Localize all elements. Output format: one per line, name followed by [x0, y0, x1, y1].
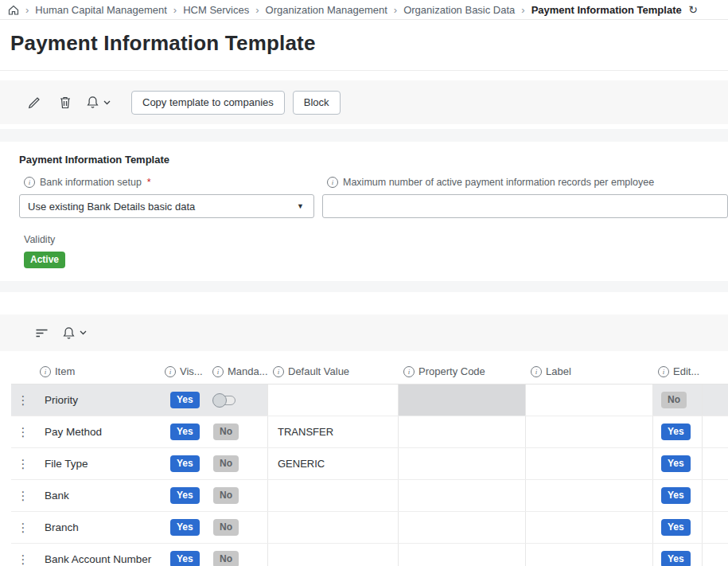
item-cell: Bank	[35, 480, 159, 511]
info-icon[interactable]: i	[273, 366, 284, 377]
bell-icon	[63, 326, 75, 340]
item-cell: Pay Method	[35, 416, 159, 447]
column-header-mandatory: iManda...	[207, 359, 267, 384]
table-row-bank-account-number: ⋮ Bank Account Number Yes No Yes	[11, 544, 728, 566]
table-toolbar	[0, 314, 728, 351]
divider-band	[0, 129, 728, 142]
copy-template-button[interactable]: Copy template to companies	[131, 91, 285, 115]
label-cell	[525, 416, 652, 447]
drag-handle[interactable]: ⋮	[11, 480, 35, 511]
column-header-visible: iVis...	[159, 359, 207, 384]
breadcrumb-item-hcm-services[interactable]: HCM Services	[183, 4, 249, 16]
breadcrumb-item-hcm[interactable]: Human Capital Management	[35, 4, 166, 16]
filter-icon[interactable]	[32, 323, 51, 342]
editable-cell[interactable]: No	[652, 384, 702, 416]
default-value-cell	[267, 512, 398, 543]
notifications-menu[interactable]	[87, 96, 111, 109]
block-button[interactable]: Block	[293, 91, 341, 115]
empty-cell	[702, 384, 728, 416]
delete-icon[interactable]	[56, 93, 75, 112]
table-header-row: iItem iVis... iManda... iDefault Value i…	[11, 359, 728, 384]
form-section: Payment Information Template i Bank info…	[0, 142, 728, 281]
table-row-pay-method: ⋮ Pay Method Yes No TRANSFER Yes	[11, 416, 728, 448]
mandatory-toggle[interactable]	[213, 396, 236, 405]
item-cell: Priority	[35, 384, 159, 416]
drag-handle[interactable]: ⋮	[11, 416, 35, 447]
empty-cell	[702, 416, 728, 447]
visible-cell[interactable]: Yes	[159, 544, 207, 566]
editable-cell[interactable]: Yes	[652, 448, 702, 479]
info-icon[interactable]: i	[24, 177, 35, 188]
default-value-cell	[267, 544, 398, 566]
items-table: iItem iVis... iManda... iDefault Value i…	[11, 351, 728, 566]
mandatory-cell[interactable]: No	[207, 416, 267, 447]
main-toolbar: Copy template to companies Block	[0, 80, 728, 124]
visible-cell[interactable]: Yes	[159, 384, 207, 416]
drag-handle[interactable]: ⋮	[11, 512, 35, 543]
property-code-cell	[398, 384, 525, 416]
empty-cell	[702, 544, 728, 566]
visible-cell[interactable]: Yes	[159, 416, 207, 447]
default-value-cell	[267, 480, 398, 511]
max-records-input[interactable]	[322, 194, 728, 218]
visible-cell[interactable]: Yes	[159, 480, 207, 511]
editable-cell[interactable]: Yes	[652, 512, 702, 543]
mandatory-cell[interactable]: No	[207, 480, 267, 511]
column-header-property-code: iProperty Code	[398, 359, 525, 384]
info-icon[interactable]: i	[212, 366, 224, 377]
editable-cell[interactable]: Yes	[652, 544, 702, 566]
column-header-editable: iEdit...	[652, 359, 702, 384]
editable-cell[interactable]: Yes	[652, 416, 702, 447]
refresh-icon[interactable]: ↻	[688, 3, 698, 16]
property-code-cell	[398, 448, 525, 479]
column-header-default-value: iDefault Value	[267, 359, 398, 384]
label-cell[interactable]	[525, 384, 652, 416]
bank-setup-select[interactable]: Use existing Bank Details basic data ▼	[19, 194, 314, 218]
info-icon[interactable]: i	[403, 366, 415, 377]
info-icon[interactable]: i	[327, 177, 338, 188]
max-records-label: Maximum number of active payment informa…	[343, 177, 654, 188]
empty-cell	[702, 480, 728, 511]
label-cell	[525, 480, 652, 511]
empty-cell	[702, 512, 728, 543]
default-value-cell[interactable]	[267, 384, 398, 416]
dropdown-caret-icon: ▼	[297, 202, 304, 210]
divider-band	[0, 281, 728, 292]
breadcrumb-item-org-basic-data[interactable]: Organization Basic Data	[403, 4, 515, 16]
drag-column-header	[11, 359, 35, 384]
info-icon[interactable]: i	[165, 366, 176, 377]
validity-status-badge: Active	[24, 252, 65, 268]
drag-handle[interactable]: ⋮	[11, 544, 35, 566]
table-notifications-menu[interactable]	[63, 326, 87, 340]
default-value-cell: GENERIC	[267, 448, 398, 479]
property-code-cell	[398, 416, 525, 447]
label-cell	[525, 448, 652, 479]
breadcrumb: › Human Capital Management › HCM Service…	[0, 0, 728, 20]
breadcrumb-item-org-management[interactable]: Organization Management	[266, 4, 387, 16]
edit-icon[interactable]	[25, 93, 44, 112]
mandatory-cell[interactable]: No	[207, 544, 267, 566]
info-icon[interactable]: i	[40, 366, 51, 377]
home-icon[interactable]	[8, 5, 19, 15]
table-row-priority: ⋮ Priority Yes No	[11, 384, 728, 416]
chevron-down-icon	[80, 330, 87, 335]
info-icon[interactable]: i	[531, 366, 542, 377]
validity-label: Validity	[24, 234, 728, 245]
drag-handle[interactable]: ⋮	[11, 448, 35, 479]
item-cell: Branch	[35, 512, 159, 543]
mandatory-cell[interactable]: No	[207, 448, 267, 479]
bell-icon	[87, 96, 99, 109]
chevron-separator-icon: ›	[173, 4, 177, 16]
property-code-cell	[398, 512, 525, 543]
visible-cell[interactable]: Yes	[159, 448, 207, 479]
column-header-label: iLabel	[525, 359, 652, 384]
editable-cell[interactable]: Yes	[652, 480, 702, 511]
mandatory-cell	[207, 384, 267, 416]
info-icon[interactable]: i	[658, 366, 669, 377]
drag-handle[interactable]: ⋮	[11, 384, 35, 416]
mandatory-cell[interactable]: No	[207, 512, 267, 543]
visible-cell[interactable]: Yes	[159, 512, 207, 543]
item-cell: Bank Account Number	[35, 544, 159, 566]
chevron-down-icon	[103, 100, 111, 105]
column-header-empty	[702, 359, 728, 384]
